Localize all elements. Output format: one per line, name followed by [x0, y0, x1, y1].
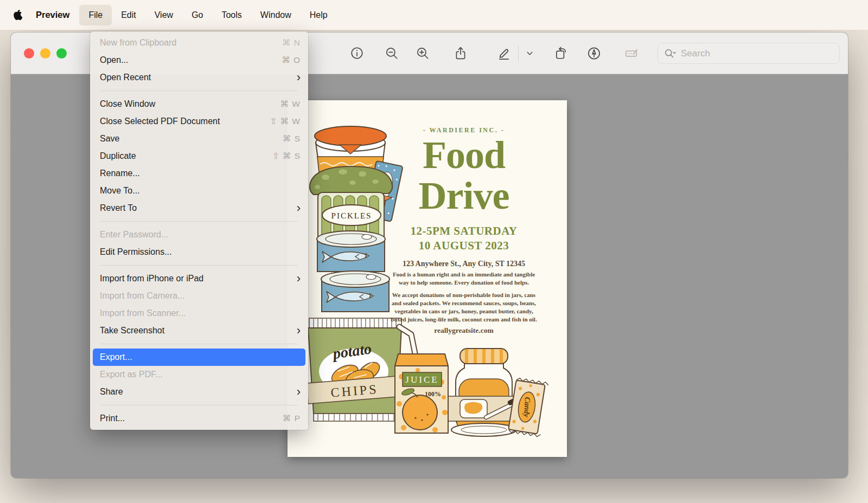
pdf-page-poster: Noodles CHOCO BAR: [288, 100, 567, 457]
toolbar-divider: [518, 46, 519, 61]
apple-menu[interactable]: [7, 10, 28, 21]
poster-address: 123 Anywhere St., Any City, ST 12345: [380, 260, 548, 268]
menu-item-label: Import from Scanner...: [100, 308, 301, 318]
markup-options-button[interactable]: [524, 46, 535, 60]
menu-item-label: Import from iPhone or iPad: [100, 274, 290, 283]
menu-item-import-from-scanner: Import from Scanner...: [93, 305, 305, 322]
menubar-menu-file[interactable]: File: [79, 5, 112, 25]
poster-paragraph-1: Food is a human right and is an immediat…: [380, 270, 548, 287]
chevron-right-icon: ›: [297, 325, 301, 336]
menu-item-share[interactable]: Share›: [93, 383, 305, 401]
close-button[interactable]: [24, 48, 34, 59]
menu-item-label: Close Selected PDF Document: [100, 117, 263, 126]
menu-item-shortcut: ⇧ ⌘ S: [272, 151, 301, 161]
menubar-menu-help[interactable]: Help: [301, 5, 337, 25]
menubar-menu-tools[interactable]: Tools: [212, 5, 251, 25]
menu-item-label: Edit Permissions...: [100, 247, 301, 257]
search-icon: [663, 48, 676, 60]
menubar-menu-edit[interactable]: Edit: [112, 5, 145, 25]
rotate-button[interactable]: [554, 46, 568, 60]
zoom-out-icon: [385, 46, 399, 60]
svg-text:Candy: Candy: [522, 397, 532, 418]
menu-item-label: Close Window: [100, 99, 274, 109]
minimize-button[interactable]: [40, 48, 50, 59]
app-name[interactable]: Preview: [28, 10, 79, 20]
form-fill-icon: [624, 46, 639, 61]
zoom-in-icon: [416, 46, 430, 60]
menu-item-shortcut: ⇧ ⌘ W: [270, 117, 301, 126]
menu-item-export[interactable]: Export...: [93, 349, 305, 366]
form-fill-button[interactable]: [624, 46, 639, 60]
menu-item-label: Enter Password...: [100, 230, 301, 240]
menu-item-label: Save: [100, 134, 276, 144]
share-button[interactable]: [454, 46, 468, 60]
zoom-out-button[interactable]: [385, 46, 399, 60]
menubar-menu-window[interactable]: Window: [251, 5, 301, 25]
annotate-button[interactable]: [587, 46, 601, 60]
menu-item-export-as-pdf: Export as PDF...: [93, 366, 305, 383]
menu-item-rename[interactable]: Rename...: [93, 165, 305, 182]
chevron-right-icon: ›: [297, 273, 301, 284]
menu-item-label: Rename...: [100, 169, 301, 178]
menu-item-label: Duplicate: [100, 151, 266, 161]
menu-item-label: Print...: [100, 414, 276, 423]
svg-text:PICKLES: PICKLES: [331, 211, 372, 220]
apple-logo-icon: [13, 10, 22, 21]
menu-item-import-from-camera: Import from Camera...: [93, 287, 305, 305]
menu-item-import-from-iphone-or-ipad[interactable]: Import from iPhone or iPad›: [93, 270, 305, 287]
poster-website: reallygreatsite.com: [380, 326, 548, 335]
svg-text:JUICE: JUICE: [405, 375, 438, 385]
chevron-down-icon: [526, 49, 534, 57]
zoom-window-button[interactable]: [56, 48, 67, 59]
candy-wrapper: Candy: [508, 377, 548, 437]
menu-item-open[interactable]: Open...⌘ O: [93, 51, 305, 69]
chevron-right-icon: ›: [297, 386, 301, 397]
menu-item-label: Take Screenshot: [100, 326, 290, 336]
poster-title: Food Drive: [380, 135, 548, 216]
menu-item-close-selected-pdf-document[interactable]: Close Selected PDF Document⇧ ⌘ W: [93, 113, 305, 130]
menu-item-label: New from Clipboard: [100, 38, 276, 48]
menu-item-label: Import from Camera...: [100, 291, 301, 301]
menu-item-open-recent[interactable]: Open Recent›: [93, 69, 305, 86]
menu-separator: [100, 405, 298, 405]
menu-item-edit-permissions[interactable]: Edit Permissions...: [93, 243, 305, 261]
zoom-in-button[interactable]: [416, 46, 430, 60]
menu-bar: Preview FileEditViewGoToolsWindowHelp: [0, 0, 868, 30]
desktop: { "menubar": { "app_name": "Preview", "m…: [0, 0, 868, 503]
menu-item-label: Revert To: [100, 203, 290, 213]
fish-can-1: [317, 231, 385, 272]
annotate-pen-icon: [587, 46, 601, 61]
menu-item-new-from-clipboard: New from Clipboard⌘ N: [93, 34, 305, 51]
juice-box: JUICE 100%: [395, 327, 448, 433]
file-menu-panel: New from Clipboard⌘ NOpen...⌘ OOpen Rece…: [90, 31, 308, 430]
menu-separator: [100, 91, 298, 91]
menu-item-enter-password: Enter Password...: [93, 226, 305, 243]
menu-item-move-to[interactable]: Move To...: [93, 182, 305, 199]
poster-title-line1: Food: [380, 135, 548, 176]
info-icon: [350, 46, 364, 60]
chevron-right-icon: ›: [297, 72, 301, 83]
menu-separator: [100, 265, 298, 266]
poster-title-line2: Drive: [380, 176, 548, 216]
search-input[interactable]: [681, 48, 834, 59]
menubar-menu-view[interactable]: View: [145, 5, 182, 25]
menu-item-shortcut: ⌘ N: [282, 38, 301, 48]
menu-item-shortcut: ⌘ O: [282, 55, 301, 65]
menu-item-save[interactable]: Save⌘ S: [93, 130, 305, 147]
markup-button[interactable]: [497, 46, 511, 60]
menu-item-shortcut: ⌘ W: [280, 99, 301, 109]
info-button[interactable]: [350, 46, 364, 60]
menu-item-shortcut: ⌘ P: [283, 414, 301, 423]
menu-item-duplicate[interactable]: Duplicate⇧ ⌘ S: [93, 147, 305, 165]
markup-pencil-icon: [497, 46, 511, 60]
menu-item-print[interactable]: Print...⌘ P: [93, 410, 305, 427]
menu-item-revert-to[interactable]: Revert To›: [93, 199, 305, 217]
menu-item-label: Open Recent: [100, 73, 290, 82]
menubar-menu-go[interactable]: Go: [182, 5, 212, 25]
search-scope-button[interactable]: [663, 48, 676, 60]
menu-item-take-screenshot[interactable]: Take Screenshot›: [93, 322, 305, 339]
menu-item-close-window[interactable]: Close Window⌘ W: [93, 95, 305, 113]
poster-paragraph-2: We accept donations of non-perishable fo…: [380, 291, 548, 324]
share-icon: [454, 46, 468, 60]
chevron-right-icon: ›: [297, 203, 301, 214]
